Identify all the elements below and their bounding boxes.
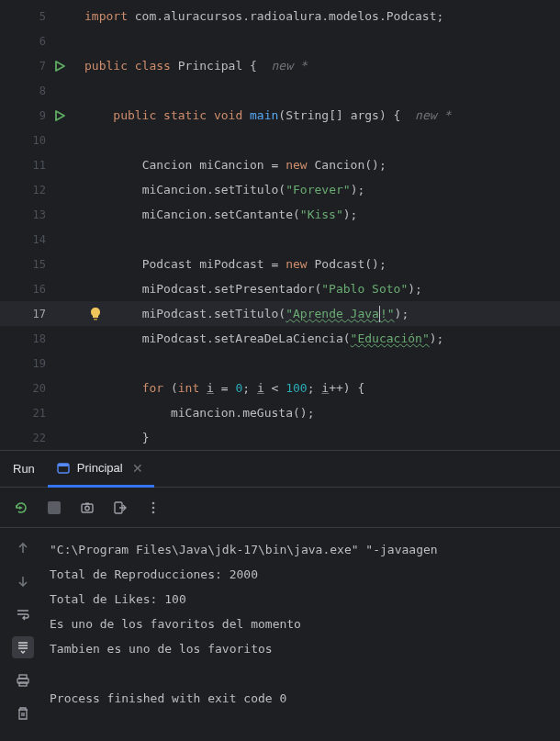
editor-pane: 5 6 7 8 9 10 11 12 13 14 15 16 17 18 19 [0,0,560,450]
gutter-row[interactable]: 18 [0,326,72,351]
svg-rect-2 [58,464,69,466]
clear-all-icon[interactable] [12,702,34,724]
svg-rect-0 [94,319,97,320]
console-side-toolbar [0,528,46,741]
gutter-row[interactable]: 8 [0,78,72,103]
down-stacktrace-icon[interactable] [12,570,34,592]
intention-bulb-icon[interactable] [88,307,103,321]
gutter-row[interactable]: 22 [0,425,72,450]
gutter-row[interactable]: 11 [0,152,72,177]
svg-rect-5 [85,502,89,504]
svg-rect-3 [82,504,93,512]
gutter-row[interactable]: 12 [0,177,72,202]
gutter-row[interactable]: 16 [0,276,72,301]
gutter-row[interactable]: 20 [0,376,72,400]
gutter-row[interactable]: 19 [0,351,72,376]
gutter-row[interactable]: 5 [0,4,72,28]
caret [379,306,380,322]
svg-point-7 [152,501,155,504]
run-gutter-icon[interactable] [53,60,66,73]
editor-gutter: 5 6 7 8 9 10 11 12 13 14 15 16 17 18 19 [0,0,72,450]
soft-wrap-icon[interactable] [12,603,34,625]
stop-icon[interactable] [46,500,62,516]
svg-point-8 [152,506,155,509]
screenshot-icon[interactable] [79,500,95,516]
gutter-row[interactable]: 7 [0,53,72,78]
run-panel-header: Run Principal ✕ [0,451,560,488]
up-stacktrace-icon[interactable] [12,537,34,559]
svg-point-4 [85,506,89,510]
more-icon[interactable] [145,500,162,516]
exit-icon[interactable] [112,500,129,516]
run-body: "C:\Program Files\Java\jdk-17\bin\java.e… [0,528,560,741]
scroll-to-end-icon[interactable] [12,636,34,658]
run-toolbar [0,488,560,528]
close-tab-icon[interactable]: ✕ [130,459,145,477]
gutter-row[interactable]: 6 [0,28,72,53]
run-config-tab[interactable]: Principal ✕ [48,451,154,488]
gutter-row[interactable]: 17 [0,301,72,326]
gutter-row[interactable]: 9 [0,103,72,128]
gutter-row[interactable]: 14 [0,227,72,252]
run-panel: Run Principal ✕ [0,450,560,741]
svg-rect-12 [19,682,27,686]
run-tool-window-title: Run [13,462,35,476]
rerun-icon[interactable] [13,500,29,516]
gutter-row[interactable]: 15 [0,252,72,276]
terminal-icon [57,462,70,475]
svg-point-9 [152,511,155,513]
gutter-row[interactable]: 13 [0,202,72,227]
gutter-row[interactable]: 21 [0,400,72,425]
gutter-row[interactable]: 10 [0,128,72,152]
code-area[interactable]: import com.aluracursos.radioalura.modelo… [72,0,560,450]
console-output[interactable]: "C:\Program Files\Java\jdk-17\bin\java.e… [46,528,560,741]
run-tab-label: Principal [77,461,123,475]
print-icon[interactable] [12,669,34,691]
run-gutter-icon[interactable] [53,109,66,122]
